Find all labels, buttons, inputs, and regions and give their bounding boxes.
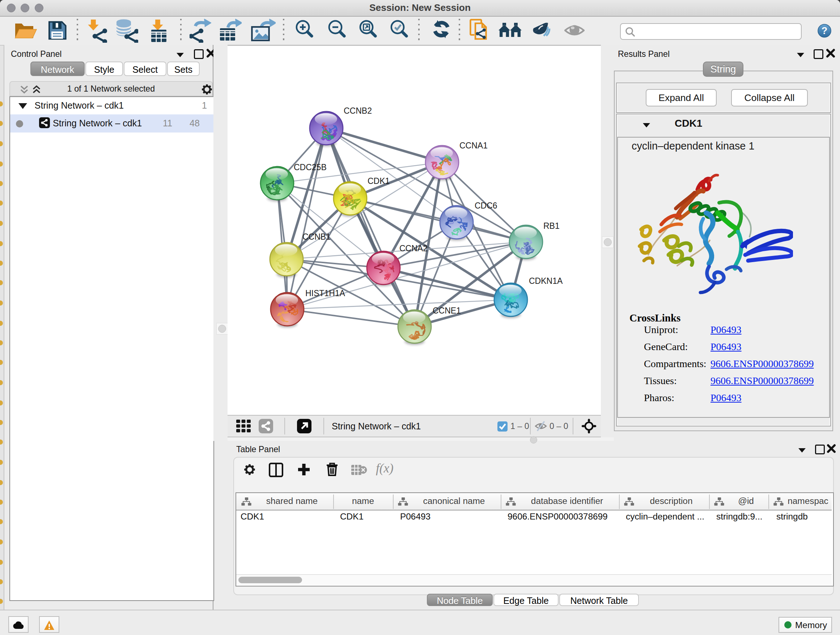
svg-text:CDC6: CDC6 [475,201,497,211]
svg-text:CDKN1A: CDKN1A [529,276,563,286]
svg-text:CCNB2: CCNB2 [344,106,372,116]
svg-text:CCNA1: CCNA1 [459,141,488,150]
svg-text:CCNE1: CCNE1 [433,306,461,315]
svg-text:CCNA2: CCNA2 [399,244,428,253]
svg-text:HIST1H1A: HIST1H1A [305,288,346,298]
svg-text:CDK1: CDK1 [368,176,390,186]
svg-text:RB1: RB1 [543,221,560,231]
svg-text:CCNB1: CCNB1 [302,232,331,241]
svg-text:CDC25B: CDC25B [294,163,327,172]
svg-text:?: ? [821,25,828,36]
